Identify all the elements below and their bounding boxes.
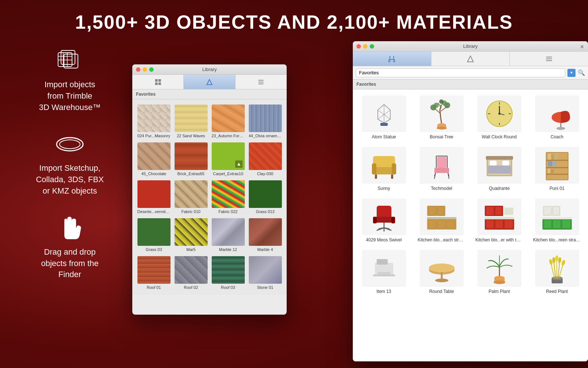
tab-objects-right[interactable] — [353, 52, 431, 66]
obj-thumb-swivel — [362, 198, 406, 235]
list-item[interactable]: Roof 02 — [172, 254, 209, 292]
collada-icon — [53, 131, 86, 157]
material-label: Marble 4 — [257, 247, 273, 252]
list-item[interactable]: Palm Plant — [471, 247, 527, 297]
svg-rect-55 — [434, 168, 449, 173]
list-item[interactable]: Grass 013 — [247, 178, 284, 216]
objects-grid: Atom Statue — [353, 89, 588, 300]
material-thumb-extra3 — [212, 256, 245, 284]
svg-rect-70 — [548, 154, 551, 160]
search-icon[interactable]: 🔍 — [578, 69, 585, 76]
list-item[interactable]: Fabric 022 — [209, 178, 247, 216]
search-dropdown[interactable]: ▼ — [567, 69, 576, 77]
list-item[interactable]: Clay-030 — [247, 140, 284, 178]
svg-rect-54 — [437, 157, 447, 168]
material-thumb-fabric010 — [175, 180, 208, 208]
list-item[interactable]: 4029 Meos Swivel — [356, 195, 412, 245]
list-item[interactable]: Kitchen blo...each straight — [413, 195, 470, 245]
list-item[interactable]: Grass 03 — [135, 216, 172, 254]
list-item[interactable]: 23_Autumn Forest — [209, 102, 247, 140]
list-item[interactable]: Mar5 — [172, 216, 209, 254]
list-item[interactable]: 44_Olvia orname... — [247, 102, 284, 140]
list-item[interactable]: 024 Pur...Masonry — [135, 102, 172, 140]
list-item[interactable]: Deserte...vermilion — [135, 178, 172, 216]
list-item[interactable]: Marble 12 — [209, 216, 247, 254]
close-button-left[interactable] — [136, 67, 140, 72]
materials-scroll[interactable]: 024 Pur...Masonry 22 Sand Waves 23_Autum… — [132, 99, 287, 315]
obj-thumb-kitchen1 — [420, 198, 464, 235]
obj-thumb-techmodel — [420, 147, 464, 184]
maximize-button-right[interactable] — [370, 44, 374, 49]
svg-rect-11 — [155, 82, 158, 85]
svg-rect-68 — [546, 167, 568, 168]
close-icon[interactable]: ✕ — [580, 44, 584, 50]
close-button-right[interactable] — [356, 44, 361, 49]
material-thumb-extra1 — [137, 256, 171, 284]
list-item[interactable]: Wall Clock Round — [471, 92, 527, 142]
svg-point-8 — [60, 140, 80, 149]
section-label-left: Favorites — [132, 89, 287, 99]
list-item[interactable]: Carpet_Extras10 — [209, 140, 247, 178]
list-item[interactable]: Techmodel — [413, 144, 470, 194]
material-thumb-mar5 — [175, 218, 208, 246]
material-label: 23_Autumn Forest — [212, 134, 245, 138]
list-item[interactable]: Round Table — [413, 247, 470, 297]
list-item[interactable]: Bonsai Tree — [413, 92, 470, 142]
object-label: Kitchen blo...each straight — [418, 237, 466, 243]
feature-import-files: Import Sketchup,Collada, 3DS, FBXor KMZ … — [15, 131, 125, 197]
materials-grid: 024 Pur...Masonry 22 Sand Waves 23_Autum… — [132, 99, 287, 295]
svg-point-127 — [552, 257, 555, 263]
svg-point-119 — [435, 279, 448, 282]
list-item[interactable]: Roof 03 — [209, 254, 247, 292]
page-header: 1,500+ 3D OBJECTS AND 2,100+ MATERIALS — [0, 0, 588, 40]
search-input[interactable] — [356, 68, 565, 77]
cube-icon — [53, 48, 86, 74]
tab-objects-left[interactable] — [132, 75, 184, 89]
list-item[interactable]: Roof 01 — [135, 254, 172, 292]
list-item[interactable]: 45_Chocolate — [135, 140, 172, 178]
maximize-button-left[interactable] — [149, 67, 154, 72]
titlebar-objects: Library ✕ — [353, 41, 588, 52]
list-item[interactable]: Quadrante — [471, 144, 527, 194]
list-item[interactable]: Item 13 — [356, 247, 412, 297]
material-label: 44_Olvia orname... — [249, 134, 282, 138]
svg-rect-76 — [551, 169, 554, 173]
list-item[interactable]: Kitchen blo...er with table — [471, 195, 527, 245]
tab-materials-left[interactable] — [184, 75, 235, 89]
list-item[interactable]: Coach — [529, 92, 585, 142]
obj-thumb-clock — [477, 95, 521, 132]
svg-rect-10 — [158, 79, 161, 82]
svg-point-129 — [557, 257, 561, 263]
svg-rect-94 — [437, 206, 444, 215]
object-label: Round Table — [429, 289, 454, 294]
minimize-button-right[interactable] — [363, 44, 368, 49]
list-item[interactable]: Kitchen blo...reen straight — [529, 195, 585, 245]
traffic-lights-left[interactable] — [136, 67, 154, 72]
tab-list-left[interactable] — [236, 75, 287, 89]
svg-rect-98 — [495, 220, 503, 229]
tab-list-right[interactable] — [510, 52, 588, 66]
list-item[interactable]: Fabric 010 — [172, 178, 209, 216]
material-label: Roof 01 — [147, 285, 161, 290]
list-item[interactable]: Brick_Extras65 — [172, 140, 209, 178]
header-title: 1,500+ 3D OBJECTS AND 2,100+ MATERIALS — [75, 11, 513, 33]
minimize-button-left[interactable] — [143, 67, 147, 72]
traffic-lights-right[interactable] — [356, 44, 374, 49]
feature-files-text: Import Sketchup,Collada, 3DS, FBXor KMZ … — [36, 163, 104, 197]
objects-scroll[interactable]: Atom Statue — [353, 89, 588, 361]
list-item[interactable]: Reed Plant — [529, 247, 585, 297]
list-item[interactable]: Atom Statue — [356, 92, 412, 142]
svg-rect-86 — [391, 217, 395, 223]
svg-rect-107 — [553, 220, 561, 229]
list-item[interactable]: Stone 01 — [247, 254, 284, 292]
list-item[interactable]: 22 Sand Waves — [172, 102, 209, 140]
list-item[interactable]: Marble 4 — [247, 216, 284, 254]
obj-thumb-item16 — [535, 250, 579, 287]
list-item[interactable]: Puni 01 — [529, 144, 585, 194]
object-label: Kitchen blo...er with table — [476, 237, 523, 243]
object-label: Techmodel — [431, 186, 452, 191]
search-bar[interactable]: ▼ 🔍 — [353, 66, 588, 79]
list-item[interactable]: Sunny — [356, 144, 412, 194]
material-label: Deserte...vermilion — [137, 209, 171, 214]
tab-materials-right[interactable] — [431, 52, 510, 66]
